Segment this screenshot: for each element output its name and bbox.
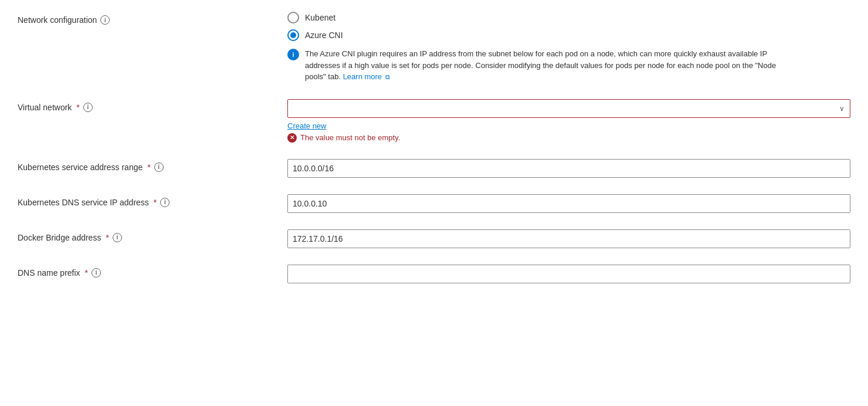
virtual-network-label-col: Virtual network * i [18, 99, 287, 112]
virtual-network-label: Virtual network [18, 103, 72, 112]
docker-bridge-address-input[interactable] [287, 229, 850, 248]
docker-bridge-address-label-col: Docker Bridge address * i [18, 229, 287, 242]
kubernetes-service-address-range-required-star: * [147, 163, 150, 172]
docker-bridge-address-label: Docker Bridge address [18, 233, 101, 242]
kubernetes-dns-service-ip-row: Kubernetes DNS service IP address * i [18, 194, 850, 213]
network-configuration-label: Network configuration [18, 15, 97, 25]
virtual-network-control: ∨ Create new ✕ The value must not be emp… [287, 99, 850, 143]
kubernetes-dns-service-ip-control [287, 194, 850, 213]
docker-bridge-address-control [287, 229, 850, 248]
kubenet-radio-label: Kubenet [305, 13, 335, 22]
dns-name-prefix-row: DNS name prefix * i [18, 265, 850, 283]
dns-name-prefix-label: DNS name prefix [18, 268, 80, 278]
network-configuration-controls: Kubenet Azure CNI i The Azure CNI plugin… [287, 12, 850, 83]
kubenet-radio-option[interactable]: Kubenet [287, 12, 850, 23]
info-box-text: The Azure CNI plugin requires an IP addr… [305, 48, 798, 83]
virtual-network-error: ✕ The value must not be empty. [287, 133, 850, 143]
virtual-network-info-icon[interactable]: i [83, 103, 93, 112]
dns-name-prefix-label-col: DNS name prefix * i [18, 265, 287, 278]
network-configuration-label-col: Network configuration i [18, 12, 287, 25]
azure-cni-radio-option[interactable]: Azure CNI [287, 29, 850, 41]
learn-more-link[interactable]: Learn more ⧉ [343, 72, 390, 81]
azure-cni-radio-circle [287, 29, 299, 41]
azure-cni-radio-label: Azure CNI [305, 31, 343, 40]
docker-bridge-address-required-star: * [106, 233, 108, 242]
error-icon: ✕ [287, 133, 297, 143]
info-box-icon: i [287, 49, 299, 60]
kubernetes-service-address-range-info-icon[interactable]: i [154, 163, 164, 172]
kubernetes-dns-service-ip-required-star: * [154, 198, 157, 207]
error-message-text: The value must not be empty. [300, 133, 400, 142]
kubernetes-dns-service-ip-label: Kubernetes DNS service IP address [18, 198, 149, 207]
docker-bridge-address-info-icon[interactable]: i [113, 233, 122, 242]
virtual-network-select[interactable] [287, 99, 850, 118]
virtual-network-dropdown-container: ∨ [287, 99, 850, 118]
kubernetes-service-address-range-row: Kubernetes service address range * i [18, 159, 850, 178]
docker-bridge-address-row: Docker Bridge address * i [18, 229, 850, 248]
network-type-radio-group: Kubenet Azure CNI [287, 12, 850, 41]
kubernetes-service-address-range-label: Kubernetes service address range [18, 163, 143, 172]
virtual-network-row: Virtual network * i ∨ Create new ✕ The v… [18, 99, 850, 143]
dns-name-prefix-required-star: * [85, 268, 88, 278]
kubernetes-dns-service-ip-label-col: Kubernetes DNS service IP address * i [18, 194, 287, 207]
virtual-network-required-star: * [76, 103, 79, 112]
kubernetes-service-address-range-control [287, 159, 850, 178]
kubernetes-dns-service-ip-input[interactable] [287, 194, 850, 213]
azure-cni-info-box: i The Azure CNI plugin requires an IP ad… [287, 48, 798, 83]
dns-name-prefix-info-icon[interactable]: i [91, 268, 101, 278]
kubenet-radio-circle [287, 12, 299, 23]
network-configuration-info-icon[interactable]: i [100, 15, 110, 25]
kubernetes-service-address-range-label-col: Kubernetes service address range * i [18, 159, 287, 172]
kubernetes-dns-service-ip-info-icon[interactable]: i [160, 198, 169, 207]
create-new-link[interactable]: Create new [287, 121, 326, 130]
dns-name-prefix-input[interactable] [287, 265, 850, 283]
external-link-icon: ⧉ [385, 72, 390, 82]
network-configuration-row: Network configuration i Kubenet Azure CN… [18, 12, 850, 83]
kubernetes-service-address-range-input[interactable] [287, 159, 850, 178]
dns-name-prefix-control [287, 265, 850, 283]
